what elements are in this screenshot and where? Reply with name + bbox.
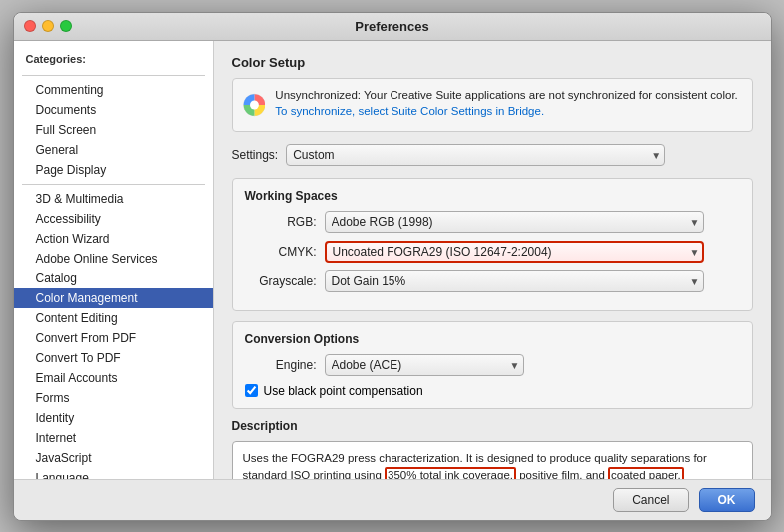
- conversion-title: Conversion Options: [245, 332, 740, 346]
- sidebar-item-general[interactable]: General: [14, 140, 213, 160]
- sidebar-item-forms[interactable]: Forms: [14, 388, 213, 408]
- engine-row: Engine: Adobe (ACE) ▼: [245, 354, 740, 376]
- sidebar-item-language[interactable]: Language: [14, 468, 213, 479]
- description-title: Description: [232, 419, 753, 433]
- sidebar-item-identity[interactable]: Identity: [14, 408, 213, 428]
- sidebar-item-converttopdf[interactable]: Convert To PDF: [14, 348, 213, 368]
- sidebar-item-actionwizard[interactable]: Action Wizard: [14, 229, 213, 249]
- sidebar-item-catalog[interactable]: Catalog: [14, 268, 213, 288]
- working-spaces-section: Working Spaces RGB: Adobe RGB (1998) ▼ C…: [232, 178, 753, 311]
- settings-select[interactable]: Custom: [286, 144, 665, 166]
- main-content: Color Setup Unsynchronized: Your Creativ…: [214, 41, 771, 479]
- working-spaces-title: Working Spaces: [245, 189, 740, 203]
- sidebar-item-convertfrompdf[interactable]: Convert From PDF: [14, 328, 213, 348]
- color-wheel-icon: [243, 87, 266, 123]
- highlight-ink-coverage: 350% total ink coverage,: [385, 467, 516, 479]
- ok-button[interactable]: OK: [699, 488, 755, 512]
- settings-label: Settings:: [232, 148, 279, 162]
- black-point-checkbox[interactable]: [245, 384, 258, 397]
- info-text: Unsynchronized: Your Creative Suite appl…: [275, 87, 741, 119]
- sidebar-item-javascript[interactable]: JavaScript: [14, 448, 213, 468]
- cmyk-label: CMYK:: [245, 245, 325, 259]
- maximize-button[interactable]: [60, 20, 72, 32]
- black-point-row: Use black point compensation: [245, 384, 740, 398]
- sidebar-item-contentediting[interactable]: Content Editing: [14, 308, 213, 328]
- sidebar-item-3dmultimedia[interactable]: 3D & Multimedia: [14, 189, 213, 209]
- sidebar-item-emailaccounts[interactable]: Email Accounts: [14, 368, 213, 388]
- sidebar: Categories: Commenting Documents Full Sc…: [14, 41, 214, 479]
- window-controls: [24, 20, 72, 32]
- minimize-button[interactable]: [42, 20, 54, 32]
- sidebar-item-adobeonline[interactable]: Adobe Online Services: [14, 249, 213, 268]
- conversion-section: Conversion Options Engine: Adobe (ACE) ▼…: [232, 321, 753, 409]
- description-box: Uses the FOGRA29 press characterization.…: [232, 441, 753, 479]
- engine-label: Engine:: [245, 358, 325, 372]
- categories-label: Categories:: [14, 49, 213, 71]
- black-point-label: Use black point compensation: [264, 384, 423, 398]
- rgb-select[interactable]: Adobe RGB (1998): [325, 211, 704, 233]
- grayscale-select[interactable]: Dot Gain 15%: [325, 270, 704, 292]
- cmyk-row: CMYK: Uncoated FOGRA29 (ISO 12647-2:2004…: [245, 241, 740, 263]
- dialog-body: Categories: Commenting Documents Full Sc…: [14, 41, 771, 479]
- engine-select[interactable]: Adobe (ACE): [325, 354, 524, 376]
- sidebar-item-internet[interactable]: Internet: [14, 428, 213, 448]
- settings-select-wrapper: Custom ▼: [286, 144, 665, 166]
- grayscale-row: Grayscale: Dot Gain 15% ▼: [245, 270, 740, 292]
- sidebar-item-pagedisplay[interactable]: Page Display: [14, 160, 213, 180]
- rgb-select-wrapper: Adobe RGB (1998) ▼: [325, 211, 704, 233]
- cmyk-select-wrapper: Uncoated FOGRA29 (ISO 12647-2:2004) ▼: [325, 241, 704, 263]
- svg-point-1: [249, 100, 258, 109]
- sidebar-item-commenting[interactable]: Commenting: [14, 80, 213, 100]
- sidebar-item-documents[interactable]: Documents: [14, 100, 213, 120]
- sidebar-divider: [22, 75, 205, 76]
- preferences-dialog: Preferences Categories: Commenting Docum…: [13, 12, 772, 521]
- grayscale-label: Grayscale:: [245, 274, 325, 288]
- settings-row: Settings: Custom ▼: [232, 144, 753, 166]
- cancel-button[interactable]: Cancel: [613, 488, 688, 512]
- grayscale-select-wrapper: Dot Gain 15% ▼: [325, 270, 704, 292]
- dialog-footer: Cancel OK: [14, 479, 771, 520]
- rgb-label: RGB:: [245, 215, 325, 229]
- cmyk-select[interactable]: Uncoated FOGRA29 (ISO 12647-2:2004): [325, 241, 704, 263]
- info-box: Unsynchronized: Your Creative Suite appl…: [232, 78, 753, 132]
- color-setup-title: Color Setup: [232, 55, 753, 70]
- engine-select-wrapper: Adobe (ACE) ▼: [325, 354, 524, 376]
- sidebar-item-fullscreen[interactable]: Full Screen: [14, 120, 213, 140]
- highlight-coated-paper: coated paper.: [608, 467, 684, 479]
- sidebar-item-accessibility[interactable]: Accessibility: [14, 209, 213, 229]
- sidebar-divider-2: [22, 184, 205, 185]
- close-button[interactable]: [24, 20, 36, 32]
- title-bar: Preferences: [14, 13, 771, 41]
- info-link[interactable]: To synchronize, select Suite Color Setti…: [275, 105, 544, 117]
- sidebar-item-colormanagement[interactable]: Color Management: [14, 288, 213, 308]
- rgb-row: RGB: Adobe RGB (1998) ▼: [245, 211, 740, 233]
- dialog-title: Preferences: [355, 19, 428, 34]
- description-section: Description Uses the FOGRA29 press chara…: [232, 419, 753, 479]
